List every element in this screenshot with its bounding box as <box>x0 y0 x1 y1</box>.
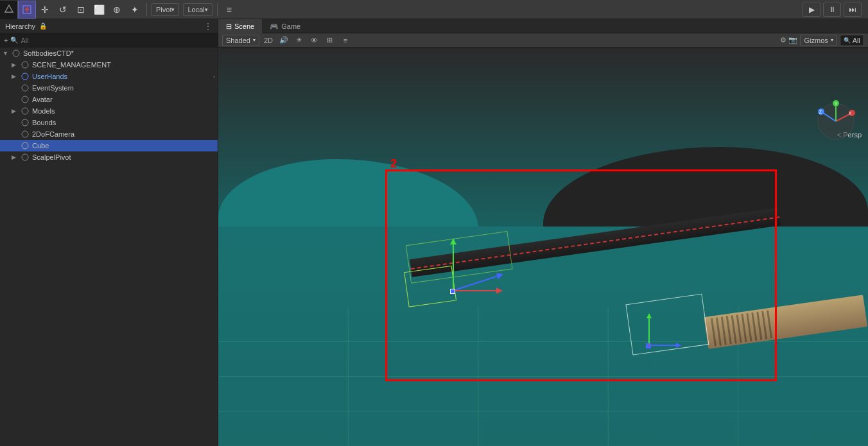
tree-item-softbodies[interactable]: ▼ SoftbodiesCTD* <box>0 47 218 59</box>
hierarchy-panel: + 🔍 ▼ SoftbodiesCTD* ▶ <box>0 33 218 446</box>
transform-gizmo-main <box>440 240 504 304</box>
tab-game[interactable]: 🎮 Game <box>262 19 308 33</box>
tree-label-scene-mgmt: SCENE_MANAGEMENT <box>32 61 111 69</box>
object-icon-user-hands <box>21 72 30 81</box>
svg-point-8 <box>22 108 28 114</box>
scene-area: Shaded 2D 🔊 ☀ 👁 ⊞ ≡ ⚙ 📷 Gizmos All <box>218 33 868 446</box>
content-area: + 🔍 ▼ SoftbodiesCTD* ▶ <box>0 33 868 446</box>
play-button[interactable]: ▶ <box>803 3 820 17</box>
expand-arrow-scene-mgmt[interactable]: ▶ <box>12 62 19 68</box>
unity-logo <box>0 1 18 19</box>
hand-tool-button[interactable] <box>18 1 36 19</box>
svg-marker-0 <box>5 5 13 12</box>
gizmo-z-arrow <box>496 287 503 294</box>
tree-label-event-system: EventSystem <box>32 84 74 92</box>
hierarchy-search-input[interactable] <box>21 37 214 44</box>
scale-tool-button[interactable]: ⊡ <box>72 1 90 19</box>
tree-item-models[interactable]: ▶ Models <box>0 105 218 117</box>
expand-arrow-scalpel[interactable]: ▶ <box>12 154 19 160</box>
selection-label: 2 <box>390 157 397 171</box>
svg-point-7 <box>22 96 28 103</box>
step-button[interactable]: ⏭ <box>844 3 862 17</box>
hierarchy-search-bar: + 🔍 <box>0 33 218 47</box>
custom-tool-button[interactable]: ✦ <box>126 1 144 19</box>
audio-button[interactable]: 🔊 <box>277 35 290 46</box>
tab-scene[interactable]: ⊟ Scene <box>218 19 262 33</box>
object-icon-camera <box>21 130 30 139</box>
add-icon[interactable]: + <box>4 37 8 44</box>
object-icon-models <box>21 107 30 116</box>
tree-label-avatar: Avatar <box>32 96 53 103</box>
navigation-gizmo[interactable]: X Y Z <box>813 99 858 144</box>
playback-controls: ▶ ⏸ ⏭ <box>803 3 862 17</box>
hierarchy-menu-icon[interactable]: ⋮ <box>204 21 213 31</box>
tree-item-scene-mgmt[interactable]: ▶ SCENE_MANAGEMENT <box>0 59 218 71</box>
main-layout: Hierarchy 🔒 ⋮ ⊟ Scene 🎮 Game + 🔍 <box>0 19 868 446</box>
move-tool-button[interactable]: ✛ <box>36 1 54 19</box>
svg-point-9 <box>22 119 28 126</box>
expand-arrow-avatar: ▶ <box>12 96 19 103</box>
rotate-tool-button[interactable]: ↺ <box>54 1 72 19</box>
gizmo-y-arrow <box>450 238 456 244</box>
object-icon-softbodies <box>12 49 21 58</box>
expand-arrow-cube: ▶ <box>12 142 19 149</box>
tree-label-bounds: Bounds <box>32 119 56 126</box>
tree-item-avatar[interactable]: ▶ Avatar <box>0 94 218 105</box>
pause-button[interactable]: ⏸ <box>823 3 841 17</box>
shading-mode-dropdown[interactable]: Shaded <box>222 35 259 46</box>
tree-item-2dof-camera[interactable]: ▶ 2DoFCamera <box>0 128 218 140</box>
expand-arrow-event-system: ▶ <box>12 85 19 91</box>
svg-point-12 <box>22 154 28 160</box>
svg-text:Y: Y <box>835 101 838 106</box>
tree-label-cube: Cube <box>32 142 49 150</box>
scene-game-tabs: ⊟ Scene 🎮 Game <box>218 19 868 33</box>
tree-label-camera: 2DoFCamera <box>32 130 74 138</box>
camera-icon: 📷 <box>788 36 797 44</box>
effects-button[interactable]: ☀ <box>293 35 306 46</box>
tree-item-bounds[interactable]: ▶ Bounds <box>0 117 218 128</box>
hierarchy-title: Hierarchy <box>5 22 35 30</box>
expand-arrow-softbodies[interactable]: ▼ <box>3 50 10 56</box>
svg-point-10 <box>22 131 28 137</box>
gizmos-dropdown[interactable]: Gizmos <box>800 35 837 46</box>
2d-button[interactable]: 2D <box>262 35 275 46</box>
object-icon-cube <box>21 141 30 150</box>
tree-label-user-hands: UserHands <box>32 73 67 80</box>
gizmo-y-axis <box>453 243 454 291</box>
pivot-dropdown[interactable]: Pivot <box>152 3 179 16</box>
tree-item-cube[interactable]: ▶ Cube <box>0 140 218 151</box>
gizmo-x-arrow <box>496 271 505 280</box>
toolbar-separator-1 <box>146 3 147 16</box>
tree-item-event-system[interactable]: ▶ EventSystem <box>0 82 218 94</box>
hierarchy-lock-icon[interactable]: 🔒 <box>39 22 47 30</box>
search-icon: 🔍 <box>10 37 18 44</box>
hierarchy-panel-header: Hierarchy 🔒 ⋮ <box>0 19 218 33</box>
transform-tool-button[interactable]: ⊕ <box>108 1 126 19</box>
svg-point-4 <box>22 62 28 68</box>
toolbar-separator-2 <box>217 3 218 16</box>
object-icon-event-system <box>21 83 30 92</box>
all-search-field[interactable]: All <box>840 35 864 46</box>
scene-icon: ⊟ <box>226 22 232 31</box>
grid-settings-button[interactable]: ≡ <box>339 35 352 46</box>
expand-arrow-camera: ▶ <box>12 131 19 137</box>
expand-arrow-models[interactable]: ▶ <box>12 108 19 114</box>
svg-text:Z: Z <box>819 110 822 114</box>
grid-toggle-button[interactable]: ⊞ <box>324 35 336 46</box>
tree-item-scalpel-pivot[interactable]: ▶ ScalpelPivot <box>0 151 218 163</box>
3d-viewport[interactable]: 2 < Persp X Y <box>218 47 868 446</box>
scene-toolbar-right: ⚙ 📷 Gizmos All <box>780 35 864 46</box>
scene-visibility-button[interactable]: 👁 <box>308 35 321 46</box>
tree-item-user-hands[interactable]: ▶ UserHands › <box>0 71 218 82</box>
svg-point-3 <box>13 50 19 56</box>
tree-label-models: Models <box>32 107 55 115</box>
object-icon-avatar <box>21 95 30 104</box>
gizmo-center <box>450 289 455 294</box>
expand-arrow-user-hands[interactable]: ▶ <box>12 73 19 80</box>
rect-tool-button[interactable]: ⬜ <box>90 1 108 19</box>
scene-toolbar: Shaded 2D 🔊 ☀ 👁 ⊞ ≡ ⚙ 📷 Gizmos All <box>218 33 868 47</box>
extra-button[interactable]: ≡ <box>220 1 238 19</box>
object-icon-bounds <box>21 118 30 127</box>
local-dropdown[interactable]: Local <box>183 3 212 16</box>
tools-icon: ⚙ <box>780 36 786 44</box>
